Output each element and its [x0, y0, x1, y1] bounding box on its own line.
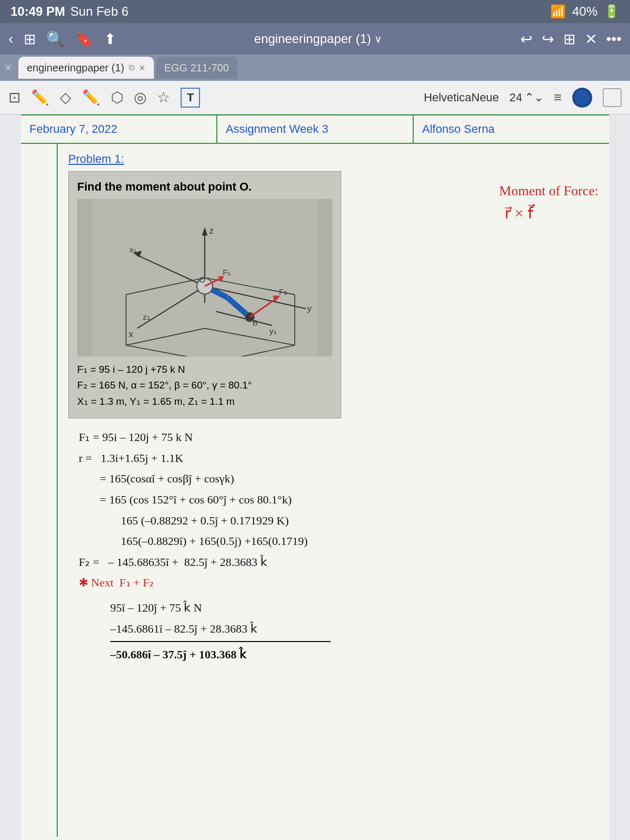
marker-icon[interactable]: ✏️ [82, 89, 100, 106]
diagram-area: z x₁ y₁ y [77, 199, 332, 356]
header-name: Alfonso Serna [414, 116, 609, 143]
color-circle[interactable] [572, 88, 592, 108]
problem-label: Problem 1: [68, 152, 598, 166]
diagram-svg: z x₁ y₁ y [77, 199, 332, 356]
tab-close-left[interactable]: ✕ [4, 62, 12, 74]
shape-square[interactable] [603, 88, 622, 107]
font-size[interactable]: 24 ⌃⌄ [509, 91, 543, 104]
nav-title: engineeringpaper (1) ∨ [254, 32, 382, 46]
numerator2: –145.6861î – 82.5ĵ + 28.3683 k̂ [110, 618, 598, 639]
svg-text:O: O [199, 275, 205, 284]
hw-line-next: ✱ Next F₁ + F₂ [79, 572, 598, 593]
tab-label-2: EGG 211-700 [164, 62, 229, 74]
nav-bar: ‹ ⊞ 🔍 🔖 ⬆ engineeringpaper (1) ∨ ↩ ↪ ⊞ ✕… [0, 23, 630, 55]
font-name[interactable]: HelveticaNeue [424, 91, 499, 104]
share-icon[interactable]: ⬆ [104, 30, 116, 48]
tab-copy-icon: ⧉ [129, 63, 134, 72]
problem-label-text: Problem 1: [68, 152, 124, 165]
svg-text:F₂: F₂ [279, 287, 287, 296]
align-icon[interactable]: ≡ [554, 89, 562, 106]
header-date-text: February 7, 2022 [29, 122, 118, 136]
problem-image-box: Find the moment about point O. [68, 171, 341, 418]
data-line-1: F₁ = 95 i – 120 j +75 k N [77, 362, 332, 377]
text-tool[interactable]: T [181, 88, 200, 108]
hw-line-5: 165 (–0.88292 + 0.5ĵ + 0.171929 K) [121, 510, 598, 531]
hw-fraction: 95î – 120ĵ + 75 k̂ N –145.6861î – 82.5ĵ … [110, 597, 598, 665]
hw-line-3: = 165(cosαî + cosβĵ + cosγk) [100, 468, 598, 489]
undo-icon[interactable]: ↩ [520, 30, 532, 48]
bookmark-icon[interactable]: 🔖 [75, 30, 93, 48]
header-assignment-text: Assignment Week 3 [226, 122, 328, 136]
lasso-icon[interactable]: ⬡ [111, 89, 123, 106]
svg-text:z: z [209, 225, 214, 236]
selection-icon[interactable]: ◎ [134, 89, 146, 106]
hw-line-4: = 165 (cos 152°î + cos 60°ĵ + cos 80.1°k… [100, 489, 598, 510]
result: –50.686î – 37.5ĵ + 103.368 k̂ [110, 644, 598, 665]
moment-line2: r⃗ × f⃗ [505, 201, 598, 225]
redo-icon[interactable]: ↪ [542, 30, 554, 48]
toolbar: ⊡ ✏️ ◇ ✏️ ⬡ ◎ ☆ T HelveticaNeue 24 ⌃⌄ ≡ [0, 81, 630, 114]
status-right-icons: 📶 40% 🔋 [550, 4, 620, 19]
left-margin [21, 144, 58, 837]
star-icon[interactable]: ☆ [157, 89, 170, 106]
hw-line-7: F₂ = – 145.68635î + 82.5ĵ + 28.3683 k̂ [79, 552, 598, 573]
battery-icon: 🔋 [604, 4, 620, 19]
page-body: Problem 1: Find the moment about point O… [21, 144, 609, 837]
tab-egg-211[interactable]: EGG 211-700 [156, 57, 237, 79]
color-inner [575, 90, 590, 105]
numerator1: 95î – 120ĵ + 75 k̂ N [110, 597, 598, 618]
header-date: February 7, 2022 [21, 116, 217, 143]
problem-title: Find the moment about point O. [77, 180, 332, 194]
pen-icon[interactable]: ✏️ [31, 89, 49, 106]
sidebar-toggle-icon[interactable]: ⊡ [8, 89, 20, 106]
page-header: February 7, 2022 Assignment Week 3 Alfon… [21, 114, 609, 144]
hw-line-2: r = 1.3i+1.65j + 1.1K [79, 448, 598, 469]
svg-text:y₁: y₁ [269, 327, 277, 335]
main-content: Problem 1: Find the moment about point O… [58, 144, 609, 837]
moment-note: Moment of Force: r⃗ × f⃗ [499, 181, 598, 225]
more-icon[interactable]: ••• [606, 30, 622, 47]
hw-line-1: F₁ = 95i – 120j + 75 k N [79, 427, 598, 448]
hw-line-6: 165(–0.8829î) + 165(0.5j) +165(0.1719) [121, 531, 598, 552]
wifi-icon: 📶 [550, 4, 566, 19]
status-date: Sun Feb 6 [70, 4, 129, 19]
font-size-value: 24 [509, 91, 522, 104]
fraction-bar [110, 641, 331, 642]
tab-bar: ✕ engineeringpaper (1) ⧉ ✕ EGG 211-700 [0, 55, 630, 81]
handwritten-work: F₁ = 95i – 120j + 75 k N r = 1.3i+1.65j … [68, 427, 598, 665]
font-size-arrows[interactable]: ⌃⌄ [524, 91, 543, 104]
problem-data: F₁ = 95 i – 120 j +75 k N F₂ = 165 N, α … [77, 362, 332, 410]
svg-text:x: x [129, 329, 133, 339]
add-icon[interactable]: ⊞ [563, 30, 575, 48]
svg-text:F₁: F₁ [223, 268, 230, 277]
nav-title-text: engineeringpaper (1) [254, 32, 371, 46]
status-bar: 10:49 PM Sun Feb 6 📶 40% 🔋 [0, 0, 630, 23]
grid-icon[interactable]: ⊞ [24, 30, 36, 48]
close-icon[interactable]: ✕ [585, 30, 597, 48]
tab-engineering-paper[interactable]: engineeringpaper (1) ⧉ ✕ [18, 57, 154, 79]
tab-x-1[interactable]: ✕ [139, 63, 145, 73]
svg-text:y: y [307, 303, 312, 313]
moment-line1: Moment of Force: [499, 181, 598, 201]
svg-text:z₁: z₁ [143, 312, 150, 321]
status-time: 10:49 PM [10, 4, 65, 19]
nav-left: ‹ ⊞ 🔍 🔖 ⬆ [8, 30, 116, 48]
header-assignment: Assignment Week 3 [217, 116, 414, 143]
search-icon[interactable]: 🔍 [46, 30, 65, 48]
eraser-icon[interactable]: ◇ [60, 89, 71, 106]
data-line-3: X₁ = 1.3 m, Y₁ = 1.65 m, Z₁ = 1.1 m [77, 394, 332, 410]
tab-label-1: engineeringpaper (1) [27, 62, 124, 74]
nav-title-chevron[interactable]: ∨ [374, 33, 382, 45]
header-name-text: Alfonso Serna [422, 122, 495, 136]
nav-right: ↩ ↪ ⊞ ✕ ••• [520, 30, 622, 48]
page-content: February 7, 2022 Assignment Week 3 Alfon… [21, 114, 609, 840]
svg-text:B: B [253, 318, 258, 327]
battery-label: 40% [572, 4, 597, 19]
data-line-2: F₂ = 165 N, α = 152°, β = 60°, γ = 80.1° [77, 377, 332, 393]
svg-text:x₁: x₁ [129, 245, 136, 254]
back-icon[interactable]: ‹ [8, 30, 13, 47]
